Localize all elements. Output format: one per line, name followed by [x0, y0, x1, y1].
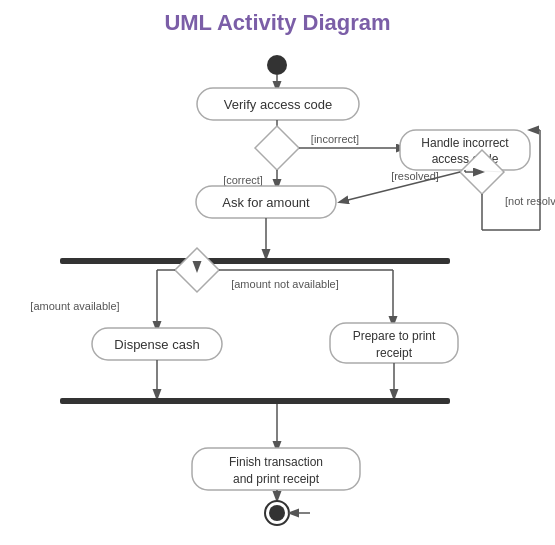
verify-label: Verify access code: [224, 97, 332, 112]
end-inner: [269, 505, 285, 521]
decision1-node: [255, 126, 299, 170]
label-not-resolved: [not resolved]: [505, 195, 555, 207]
prepare-print-label2: receipt: [376, 346, 413, 360]
dispense-label: Dispense cash: [114, 337, 199, 352]
label-correct: [correct]: [223, 174, 263, 186]
start-node: [267, 55, 287, 75]
label-amount-avail: [amount available]: [30, 300, 119, 312]
label-resolved: [resolved]: [391, 170, 439, 182]
finish-label2: and print receipt: [233, 472, 320, 486]
label-incorrect: [incorrect]: [311, 133, 359, 145]
sync-bar-top: [60, 258, 450, 264]
label-amount-not-avail: [amount not available]: [231, 278, 339, 290]
handle-incorrect-label1: Handle incorrect: [421, 136, 509, 150]
prepare-print-label1: Prepare to print: [353, 329, 436, 343]
sync-bar-bottom: [60, 398, 450, 404]
finish-label1: Finish transaction: [229, 455, 323, 469]
ask-amount-label: Ask for amount: [222, 195, 310, 210]
diagram-container: UML Activity Diagram Verify access code …: [0, 0, 555, 545]
